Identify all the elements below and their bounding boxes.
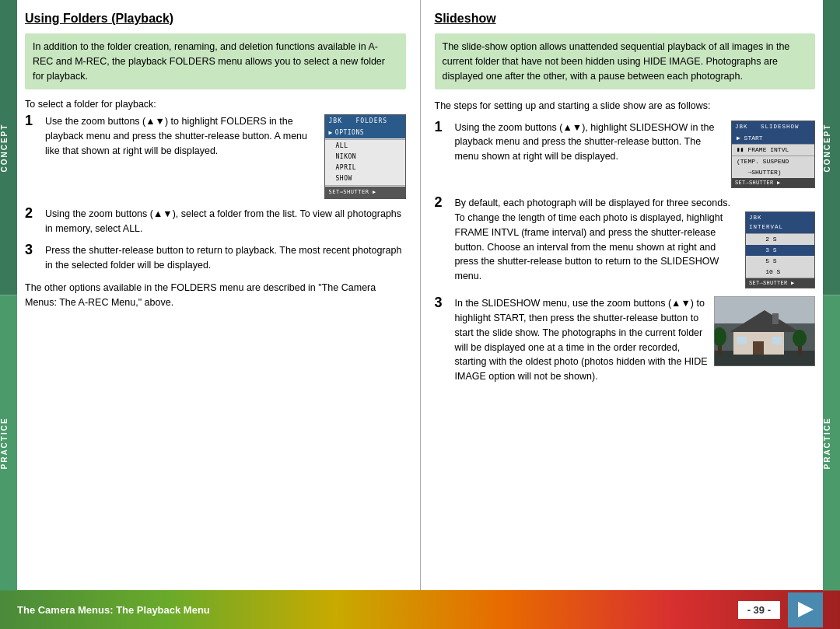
left-step-1: 1 Use the zoom buttons (▲▼) to highlight… [25, 114, 406, 199]
right-step-number-3: 3 [435, 295, 452, 312]
right-step-2-text: By default, each photograph will be disp… [455, 196, 740, 284]
page-container: CONCEPT PRACTICE CONCEPT PRACTICE Using … [0, 0, 840, 629]
folders-menu-header: JBK FOLDERS [325, 115, 405, 128]
left-subsection-label: To select a folder for playback: [25, 99, 406, 110]
right-practice-label: PRACTICE [823, 295, 840, 591]
right-concept-label: CONCEPT [823, 0, 840, 295]
right-section-title: Slideshow [435, 12, 816, 26]
steps-intro-text: The steps for setting up and starting a … [435, 99, 816, 114]
house-photo-svg [714, 296, 815, 366]
main-content: Using Folders (Playback) In addition to … [17, 0, 823, 590]
svg-rect-5 [753, 341, 764, 355]
left-column: Using Folders (Playback) In addition to … [17, 0, 421, 590]
next-page-arrow[interactable] [788, 592, 823, 627]
right-step-2-content: By default, each photograph will be disp… [455, 196, 816, 288]
interval-menu-footer: SET→SHUTTER ▶ [746, 278, 814, 288]
left-concept-label: CONCEPT [0, 0, 17, 295]
slideshow-temp-item: (TEMP. SUSPEND [732, 156, 814, 167]
interval-menu-header: JBK INTERVAL [746, 212, 814, 233]
folders-options-item: ▶ OPTIONS [325, 128, 405, 138]
left-section-title: Using Folders (Playback) [25, 12, 406, 26]
page-number: - 39 - [738, 601, 780, 619]
slideshow-menu-footer: SET→SHUTTER ▶ [732, 178, 814, 188]
right-step-number-2: 2 [435, 194, 452, 211]
right-step-1-content: Using the zoom buttons (▲▼), highlight S… [455, 121, 816, 189]
menu-divider-1 [325, 139, 405, 140]
folders-menu-footer: SET→SHUTTER ▶ [325, 187, 405, 198]
folders-menu-screenshot: JBK FOLDERS ▶ OPTIONS ALL NIKON APRIL SH… [324, 114, 406, 199]
left-side-labels: CONCEPT PRACTICE [0, 0, 17, 590]
right-side-labels: CONCEPT PRACTICE [823, 0, 840, 590]
step-2-content: Using the zoom buttons (▲▼), select a fo… [45, 207, 406, 236]
right-intro-box: The slide-show option allows unattended … [435, 33, 816, 89]
footer-title: The Camera Menus: The Playback Menu [17, 604, 210, 616]
menu-divider-2 [325, 185, 405, 186]
interval-3s: 3 S [746, 245, 814, 256]
right-step-3: 3 In the SLIDESHOW menu, use the zoom bu… [435, 296, 816, 384]
slideshow-shutter-item: →SHUTTER) [732, 167, 814, 178]
slideshow-menu-screenshot: JBK SLIDESHOW ▶ START ▮▮ FRAME INTVL (TE… [731, 121, 815, 189]
right-step-3-content: In the SLIDESHOW menu, use the zoom butt… [455, 296, 816, 384]
step-3-container: In the SLIDESHOW menu, use the zoom butt… [455, 296, 816, 384]
footer-page-area: - 39 - [738, 592, 823, 627]
svg-rect-6 [737, 337, 747, 344]
svg-point-11 [793, 330, 807, 347]
svg-marker-14 [798, 602, 814, 617]
left-practice-label: PRACTICE [0, 295, 17, 591]
step-1-text: Use the zoom buttons (▲▼) to highlight F… [45, 114, 318, 158]
arrow-right-icon [794, 598, 817, 621]
right-step-3-text: In the SLIDESHOW menu, use the zoom butt… [455, 296, 709, 384]
photo-thumbnail [714, 296, 815, 371]
svg-rect-7 [772, 337, 782, 344]
folders-show: SHOW [325, 173, 405, 184]
step-number-1: 1 [25, 113, 42, 130]
step-number-3: 3 [25, 242, 42, 259]
slideshow-frame-item: ▮▮ FRAME INTVL [732, 145, 814, 156]
slideshow-menu-header: JBK SLIDESHOW [732, 121, 814, 133]
step-1-content: Use the zoom buttons (▲▼) to highlight F… [45, 114, 406, 199]
slideshow-start-item: ▶ START [732, 133, 814, 144]
step-1-with-image: Use the zoom buttons (▲▼) to highlight F… [45, 114, 406, 199]
left-para: The other options available in the FOLDE… [25, 281, 406, 311]
interval-2s: 2 S [746, 234, 814, 245]
left-intro-box: In addition to the folder creation, rena… [25, 33, 406, 89]
folders-nikon: NIKON [325, 152, 405, 162]
right-step-2: 2 By default, each photograph will be di… [435, 196, 816, 288]
folders-april: APRIL [325, 162, 405, 173]
left-step-2: 2 Using the zoom buttons (▲▼), select a … [25, 207, 406, 236]
interval-10s: 10 S [746, 267, 814, 278]
folders-all: ALL [325, 141, 405, 152]
interval-5s: 5 S [746, 256, 814, 267]
left-intro-text: In addition to the folder creation, rena… [33, 41, 385, 82]
step-3-content: Press the shutter-release button to retu… [45, 243, 406, 273]
right-step-1-with-image: Using the zoom buttons (▲▼), highlight S… [455, 121, 816, 189]
page-footer: The Camera Menus: The Playback Menu - 39… [0, 590, 840, 629]
right-step-1-text: Using the zoom buttons (▲▼), highlight S… [455, 121, 726, 164]
right-step-number-1: 1 [435, 119, 452, 136]
left-step-3: 3 Press the shutter-release button to re… [25, 243, 406, 273]
svg-rect-12 [772, 313, 779, 324]
right-step-1: 1 Using the zoom buttons (▲▼), highlight… [435, 121, 816, 189]
step-number-2: 2 [25, 205, 42, 222]
interval-menu-screenshot: JBK INTERVAL 2 S 3 S 5 S 10 S SET→SHUTTE… [745, 211, 815, 288]
right-column: Slideshow The slide-show option allows u… [421, 0, 824, 590]
